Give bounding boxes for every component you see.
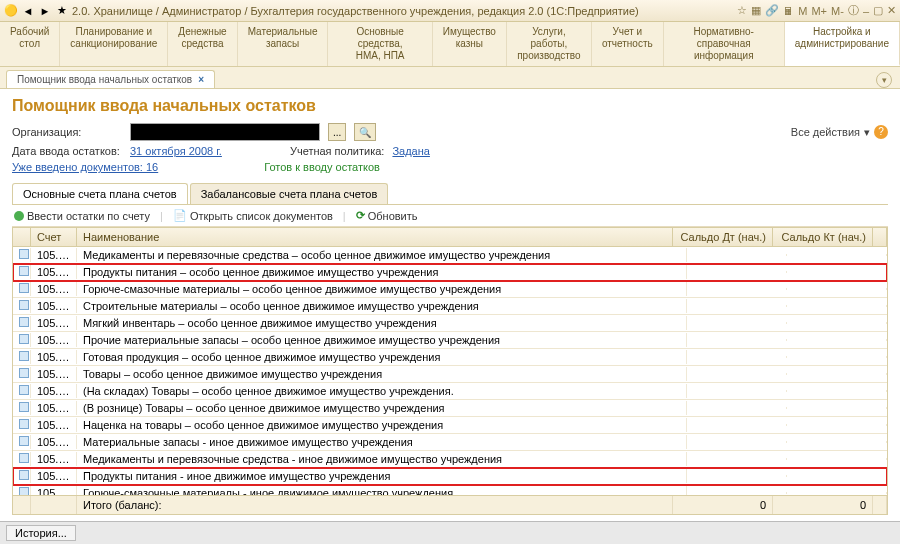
list-icon: 📄 bbox=[173, 209, 187, 222]
table-row[interactable]: 105.28Товары – особо ценное движимое иму… bbox=[13, 366, 887, 383]
page-title: Помощник ввода начальных остатков bbox=[12, 97, 888, 115]
cell-account: 105.33 bbox=[31, 486, 77, 495]
link-icon[interactable]: 🔗 bbox=[765, 4, 779, 17]
topmenu-item[interactable]: Учет иотчетность bbox=[592, 22, 664, 66]
table-row[interactable]: 105.32Продукты питания - иное движимое и… bbox=[13, 468, 887, 485]
table-row[interactable]: 105.Б8(В рознице) Товары – особо ценное … bbox=[13, 400, 887, 417]
row-icon bbox=[19, 436, 29, 446]
table-row[interactable]: 105.21Медикаменты и перевязочные средств… bbox=[13, 247, 887, 264]
all-actions-button[interactable]: Все действия bbox=[791, 126, 860, 138]
cell-credit bbox=[787, 322, 887, 324]
col-debit[interactable]: Сальдо Дт (нач.) bbox=[673, 228, 773, 246]
zoom-out[interactable]: M- bbox=[831, 5, 844, 17]
topmenu-item[interactable]: Услуги, работы,производство bbox=[507, 22, 592, 66]
app-icon: 🟡 bbox=[4, 4, 18, 18]
col-credit[interactable]: Сальдо Кт (нач.) bbox=[773, 228, 873, 246]
min-icon[interactable]: – bbox=[863, 5, 869, 17]
cell-debit bbox=[687, 424, 787, 426]
collapse-panel-icon[interactable]: ▾ bbox=[876, 72, 892, 88]
topmenu-item[interactable]: Денежныесредства bbox=[168, 22, 237, 66]
fav-icon[interactable]: ☆ bbox=[737, 4, 747, 17]
topmenu-item[interactable]: Настройка иадминистрирование bbox=[785, 22, 900, 66]
nav-back-icon[interactable]: ◄ bbox=[21, 4, 35, 18]
cell-credit bbox=[787, 356, 887, 358]
cell-account: 105.22 bbox=[31, 265, 77, 279]
row-icon bbox=[19, 334, 29, 344]
docs-entered-link[interactable]: Уже введено документов: 16 bbox=[12, 161, 158, 173]
footer-label: Итого (баланс): bbox=[77, 496, 673, 514]
subtab-offbalance[interactable]: Забалансовые счета плана счетов bbox=[190, 183, 389, 204]
row-icon bbox=[19, 351, 29, 361]
topmenu-item[interactable]: Основные средства,НМА, НПА bbox=[328, 22, 432, 66]
table-row[interactable]: 105.24Строительные материалы – особо цен… bbox=[13, 298, 887, 315]
content-area: Помощник ввода начальных остатков Органи… bbox=[0, 89, 900, 521]
cell-credit bbox=[787, 492, 887, 494]
date-link[interactable]: 31 октября 2008 г. bbox=[130, 145, 222, 157]
enter-balances-button[interactable]: Ввести остатки по счету bbox=[14, 210, 150, 222]
zoom-reset[interactable]: M bbox=[798, 5, 807, 17]
help-icon[interactable]: ? bbox=[874, 125, 888, 139]
row-icon bbox=[19, 300, 29, 310]
col-account[interactable]: Счет bbox=[31, 228, 77, 246]
cell-debit bbox=[687, 288, 787, 290]
org-search-button[interactable]: 🔍 bbox=[354, 123, 376, 141]
doc-tab-close-icon[interactable]: × bbox=[198, 74, 204, 85]
calc-icon[interactable]: 🖩 bbox=[783, 5, 794, 17]
org-input[interactable] bbox=[130, 123, 320, 141]
table-row[interactable]: 105.31Медикаменты и перевязочные средств… bbox=[13, 451, 887, 468]
max-icon[interactable]: ▢ bbox=[873, 4, 883, 17]
doc-tab[interactable]: Помощник ввода начальных остатков × bbox=[6, 70, 215, 88]
table-row[interactable]: 105.26Прочие материальные запасы – особо… bbox=[13, 332, 887, 349]
table-row[interactable]: 105.А8(На складах) Товары – особо ценное… bbox=[13, 383, 887, 400]
cfg-icon[interactable]: ▦ bbox=[751, 4, 761, 17]
doc-tab-label: Помощник ввода начальных остатков bbox=[17, 74, 192, 85]
info-icon[interactable]: ⓘ bbox=[848, 3, 859, 18]
topmenu-item[interactable]: Материальныезапасы bbox=[238, 22, 329, 66]
topmenu-item[interactable]: Имуществоказны bbox=[433, 22, 507, 66]
history-button[interactable]: История... bbox=[6, 525, 76, 541]
table-row[interactable]: 105.29Наценка на товары – особо ценное д… bbox=[13, 417, 887, 434]
cell-credit bbox=[787, 288, 887, 290]
chevron-down-icon[interactable]: ▾ bbox=[864, 126, 870, 139]
topmenu-item[interactable]: Рабочийстол bbox=[0, 22, 60, 66]
cell-name: Горюче-смазочные материалы - иное движим… bbox=[77, 486, 687, 495]
row-icon bbox=[19, 317, 29, 327]
topmenu-item[interactable]: Нормативно-справочнаяинформация bbox=[664, 22, 785, 66]
row-icon bbox=[19, 266, 29, 276]
open-list-button[interactable]: 📄 Открыть список документов bbox=[173, 209, 333, 222]
cell-credit bbox=[787, 390, 887, 392]
policy-link[interactable]: Задана bbox=[392, 145, 430, 157]
table-row[interactable]: 105.22Продукты питания – особо ценное дв… bbox=[13, 264, 887, 281]
cell-debit bbox=[687, 407, 787, 409]
cell-account: 105.28 bbox=[31, 367, 77, 381]
table-row[interactable]: 105.27Готовая продукция – особо ценное д… bbox=[13, 349, 887, 366]
grid-toolbar: Ввести остатки по счету | 📄 Открыть спис… bbox=[12, 205, 888, 227]
close-icon[interactable]: ✕ bbox=[887, 4, 896, 17]
statusbar: История... bbox=[0, 521, 900, 544]
cell-debit bbox=[687, 441, 787, 443]
row-icon bbox=[19, 368, 29, 378]
top-menu: РабочийстолПланирование исанкционировани… bbox=[0, 22, 900, 67]
star-icon[interactable]: ★ bbox=[55, 4, 69, 18]
table-row[interactable]: 105.25Мягкий инвентарь – особо ценное дв… bbox=[13, 315, 887, 332]
subtab-main[interactable]: Основные счета плана счетов bbox=[12, 183, 188, 204]
table-row[interactable]: 105.30Материальные запасы - иное движимо… bbox=[13, 434, 887, 451]
table-row[interactable]: 105.23Горюче-смазочные материалы – особо… bbox=[13, 281, 887, 298]
refresh-button[interactable]: ⟳ Обновить bbox=[356, 209, 418, 222]
col-name[interactable]: Наименование bbox=[77, 228, 673, 246]
cell-name: Товары – особо ценное движимое имущество… bbox=[77, 367, 687, 381]
grid-footer: Итого (баланс): 0 0 bbox=[13, 495, 887, 514]
cell-debit bbox=[687, 339, 787, 341]
row-icon bbox=[19, 249, 29, 259]
ready-status: Готов к вводу остатков bbox=[264, 161, 380, 173]
row-icon bbox=[19, 470, 29, 480]
row-icon bbox=[19, 385, 29, 395]
app-window: 🟡 ◄ ► ★ 2.0. Хранилище / Администратор /… bbox=[0, 0, 900, 544]
org-select-button[interactable]: ... bbox=[328, 123, 346, 141]
nav-fwd-icon[interactable]: ► bbox=[38, 4, 52, 18]
cell-credit bbox=[787, 305, 887, 307]
zoom-in[interactable]: M+ bbox=[811, 5, 827, 17]
grid-body[interactable]: 105.21Медикаменты и перевязочные средств… bbox=[13, 247, 887, 495]
table-row[interactable]: 105.33Горюче-смазочные материалы - иное … bbox=[13, 485, 887, 495]
topmenu-item[interactable]: Планирование исанкционирование bbox=[60, 22, 168, 66]
